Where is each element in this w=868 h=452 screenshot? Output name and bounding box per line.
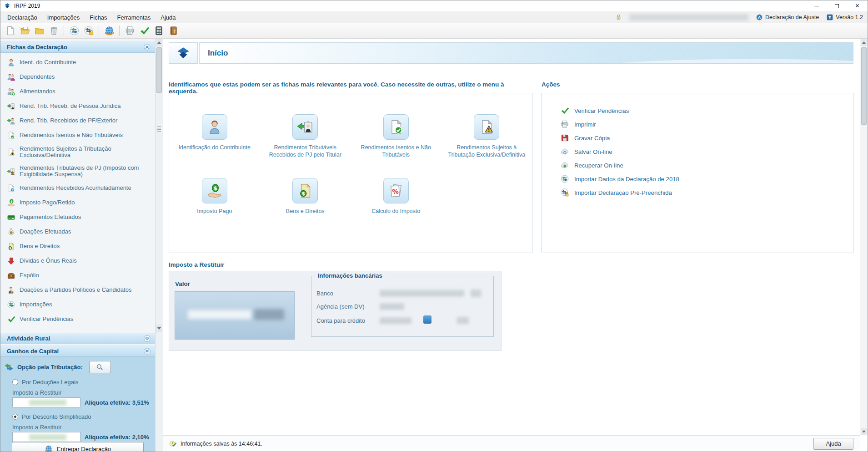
- bank-field-label: Banco: [316, 290, 333, 297]
- tile-rendimentos-isentos[interactable]: Rendimentos Isentos e Não Tributáveis: [351, 114, 442, 159]
- sidebar-item-dividas[interactable]: Dívidas e Ônus Reais: [0, 254, 155, 268]
- account-option-redacted[interactable]: [457, 317, 469, 324]
- tile-imposto-pago[interactable]: Imposto Pago: [169, 178, 260, 215]
- radio-deducoes-legais[interactable]: [12, 379, 18, 385]
- sidebar-item-trib-exclusiva[interactable]: Rendimentos Sujeitos à Tributação Exclus…: [0, 142, 155, 162]
- submit-declaration-button[interactable]: Entregar Declaração: [12, 442, 144, 452]
- menu-importacoes[interactable]: Importações: [42, 14, 85, 21]
- tile-identificacao-contribuinte[interactable]: Identificação do Contribuinte: [169, 114, 260, 159]
- suggested-tiles-panel: Identificação do Contribuinte Rendimento…: [169, 93, 532, 253]
- sidebar-item-isentos[interactable]: Rendimentos Isentos e Não Tributáveis: [0, 128, 155, 142]
- account-field-label: Conta para crédito: [316, 317, 365, 324]
- scrollbar-thumb[interactable]: [156, 47, 162, 93]
- splitter-grip[interactable]: [157, 126, 161, 132]
- action-recuperar-online[interactable]: Recuperar On-line: [560, 161, 848, 170]
- action-gravar-copia[interactable]: Gravar Cópia: [560, 133, 848, 142]
- folder-icon: [34, 25, 45, 36]
- save-button[interactable]: [32, 25, 46, 37]
- sidebar-scrollbar[interactable]: [155, 39, 163, 452]
- option-desconto-simplificado[interactable]: Por Desconto Simplificado: [12, 413, 150, 420]
- close-button[interactable]: ×: [847, 0, 868, 11]
- menu-ferramentas[interactable]: Ferramentas: [112, 14, 156, 21]
- radio-desconto-simplificado[interactable]: [12, 414, 18, 420]
- expand-chevron-icon[interactable]: [143, 347, 151, 355]
- verify-check-icon: [139, 25, 150, 36]
- maximize-button[interactable]: [827, 0, 847, 11]
- app-logo-icon: [4, 2, 11, 10]
- sidebar-item-pagamentos[interactable]: Pagamentos Efetuados: [0, 210, 155, 224]
- bank-value-redacted[interactable]: [380, 290, 464, 297]
- sidebar-item-ident-contribuinte[interactable]: Ident. do Contribuinte: [0, 55, 155, 70]
- tile-calculo-imposto[interactable]: Cálculo do Imposto: [351, 178, 442, 215]
- income-pj-suspended-icon: [7, 167, 15, 176]
- redacted-value: [188, 310, 251, 319]
- sidebar-item-exigibilidade-suspensa[interactable]: Rendimentos Tributáveis de PJ (Imposto c…: [0, 162, 155, 181]
- sidebar-header-fichas[interactable]: Fichas da Declaração: [0, 41, 155, 53]
- sidebar-item-dependentes[interactable]: Dependentes: [0, 70, 155, 84]
- help-guide-button[interactable]: [166, 25, 180, 37]
- main-scrollbar[interactable]: [860, 39, 868, 435]
- refund-value-field-simplificado[interactable]: [12, 432, 80, 442]
- verify-button[interactable]: [137, 25, 151, 37]
- sidebar-item-rend-pf[interactable]: Rend. Trib. Recebidos de PF/Exterior: [0, 113, 155, 128]
- titlebar: IRPF 2019 ×: [0, 0, 868, 11]
- minimize-button[interactable]: [806, 0, 827, 11]
- info-a-icon: [756, 14, 763, 21]
- sidebar-header-ganhos-capital[interactable]: Ganhos de Capital: [0, 345, 155, 357]
- option-deducoes-legais[interactable]: Por Deduções Legais: [12, 379, 150, 386]
- effective-rate-simplificado: Alíquota efetiva: 2,10%: [85, 434, 149, 441]
- collapse-chevron-icon[interactable]: [143, 43, 151, 51]
- tile-tributacao-exclusiva[interactable]: Rendimentos Sujeitos à Tributação Exclus…: [442, 114, 532, 159]
- sidebar-item-imposto-pago[interactable]: Imposto Pago/Retido: [0, 195, 155, 210]
- assets-tag-icon: [7, 242, 15, 251]
- sidebar-item-verificar-pendencias[interactable]: Verificar Pendências: [0, 312, 155, 326]
- scroll-down-arrow[interactable]: [861, 428, 867, 435]
- expand-chevron-icon[interactable]: [143, 335, 151, 342]
- sidebar-item-rend-pj[interactable]: Rend. Trib. Receb. de Pessoa Jurídica: [0, 99, 155, 113]
- tile-bens-direitos[interactable]: Bens e Direitos: [260, 178, 351, 215]
- sidebar-item-espolio[interactable]: Espólio: [0, 268, 155, 283]
- calculator-button[interactable]: [152, 25, 166, 37]
- open-file-button[interactable]: [18, 25, 31, 37]
- delete-button[interactable]: [47, 25, 60, 37]
- sidebar-item-recebidos-acumuladamente[interactable]: Rendimentos Recebidos Acumuladamente: [0, 181, 155, 195]
- refund-value-field-legais[interactable]: [12, 397, 80, 407]
- lock-icon: [615, 13, 622, 21]
- online-button[interactable]: [102, 25, 116, 37]
- open-file-icon: [20, 25, 30, 36]
- sidebar-item-doacoes[interactable]: Doações Efetuadas: [0, 224, 155, 239]
- scroll-up-arrow[interactable]: [861, 39, 867, 46]
- new-document-button[interactable]: [3, 25, 17, 37]
- menu-fichas[interactable]: Fichas: [85, 14, 112, 21]
- account-value-redacted[interactable]: [380, 317, 411, 324]
- action-imprimir[interactable]: Imprimir: [560, 120, 848, 129]
- scroll-up-arrow[interactable]: [156, 39, 162, 46]
- scrollbar-thumb[interactable]: [861, 47, 867, 125]
- action-importar-2018[interactable]: Importar Dados da Declaração de 2018: [560, 174, 848, 183]
- sidebar-item-doacoes-partidos[interactable]: Doações a Partidos Políticos e Candidato…: [0, 283, 155, 297]
- sidebar-item-bens-direitos[interactable]: Bens e Direitos: [0, 239, 155, 254]
- sidebar-item-alimentandos[interactable]: Alimentandos: [0, 84, 155, 99]
- declaration-type-badge: Declaração de Ajuste: [756, 14, 819, 21]
- import-prefilled-button[interactable]: [82, 25, 95, 37]
- sidebar-item-importacoes[interactable]: Importações: [0, 297, 155, 312]
- menu-declaracao[interactable]: Declaração: [2, 14, 42, 21]
- bank-lookup-button-redacted[interactable]: [471, 289, 481, 297]
- action-verificar-pendencias[interactable]: Verificar Pendências: [560, 106, 848, 115]
- import-prefilled-icon: [560, 188, 569, 197]
- taxpayer-person-icon: [7, 58, 15, 67]
- import-2018-button[interactable]: [67, 25, 81, 37]
- action-importar-pre-preenchida[interactable]: Importar Declaração Pré-Preenchida: [560, 188, 848, 197]
- action-salvar-online[interactable]: Salvar On-line: [560, 147, 848, 156]
- print-button[interactable]: [123, 25, 136, 37]
- import-roundel-icon: [7, 300, 15, 309]
- menu-ajuda[interactable]: Ajuda: [156, 14, 181, 21]
- sidebar-header-label: Fichas da Declaração: [7, 44, 67, 51]
- tile-rendimentos-pj-titular[interactable]: Rendimentos Tributáveis Recebidos de PJ …: [260, 114, 351, 159]
- tax-option-search-button[interactable]: [89, 361, 111, 373]
- scroll-down-arrow[interactable]: [156, 325, 162, 332]
- agency-value-redacted[interactable]: [380, 303, 404, 310]
- sidebar-header-atividade-rural[interactable]: Atividade Rural: [0, 333, 155, 344]
- help-button[interactable]: Ajuda: [813, 438, 853, 450]
- menubar-right: Declaração de Ajuste Versão 1.2: [615, 13, 863, 21]
